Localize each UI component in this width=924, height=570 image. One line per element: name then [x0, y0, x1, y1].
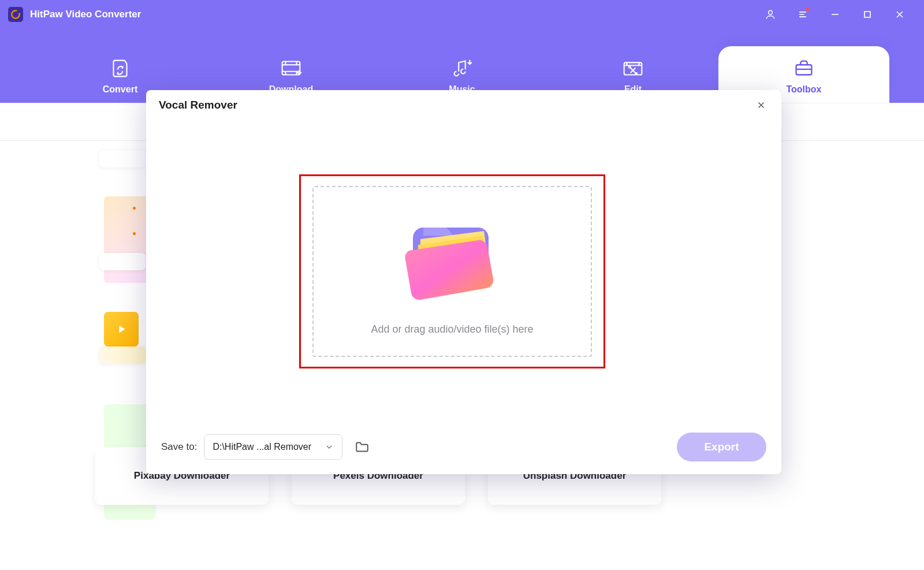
app-title: HitPaw Video Converter: [30, 9, 141, 20]
folder-icon: [392, 210, 513, 308]
tab-label: Toolbox: [786, 84, 821, 95]
chevron-down-icon: [325, 442, 334, 452]
maximize-button[interactable]: [859, 6, 875, 23]
play-icon: [104, 312, 139, 347]
svg-rect-2: [865, 12, 870, 17]
save-path-value: D:\HitPaw ...al Remover: [213, 442, 311, 452]
menu-icon[interactable]: [795, 6, 811, 23]
folder-icon: [355, 439, 370, 454]
modal-footer: Save to: D:\HitPaw ...al Remover Export: [146, 419, 781, 474]
app-logo: [8, 7, 23, 22]
save-path-select[interactable]: D:\HitPaw ...al Remover: [204, 434, 342, 460]
tab-label: Convert: [103, 84, 137, 95]
svg-point-1: [769, 10, 773, 14]
open-folder-button[interactable]: [351, 435, 374, 459]
svg-point-6: [635, 73, 637, 74]
bg-card: [99, 347, 146, 364]
close-button[interactable]: [892, 6, 908, 23]
save-to-label: Save to:: [161, 441, 197, 453]
minimize-button[interactable]: [827, 6, 843, 23]
svg-point-5: [629, 66, 631, 68]
drop-instruction: Add or drag audio/video file(s) here: [314, 323, 591, 336]
bg-card: [99, 150, 146, 167]
titlebar: HitPaw Video Converter: [0, 0, 924, 29]
titlebar-controls: [762, 6, 918, 23]
export-label: Export: [704, 441, 739, 453]
vocal-remover-modal: Vocal Remover: [146, 90, 781, 474]
notification-dot-icon: [806, 8, 810, 11]
svg-point-0: [12, 10, 20, 18]
bg-card: [99, 253, 146, 270]
export-button[interactable]: Export: [677, 433, 766, 461]
modal-header: Vocal Remover: [146, 90, 781, 120]
app-header: HitPaw Video Converter: [0, 0, 924, 103]
drop-highlight-frame: Add or drag audio/video file(s) here: [299, 174, 605, 368]
file-drop-zone[interactable]: Add or drag audio/video file(s) here: [312, 186, 592, 357]
modal-title: Vocal Remover: [159, 99, 237, 111]
account-icon[interactable]: [762, 6, 778, 23]
modal-close-button[interactable]: [754, 98, 769, 113]
